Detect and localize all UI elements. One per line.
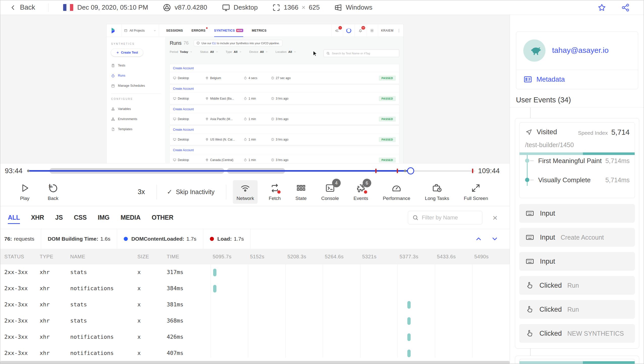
event-item-clicked[interactable]: Clicked Run bbox=[519, 300, 635, 319]
metadata-button[interactable]: Metadata bbox=[523, 70, 565, 89]
events-sidebar: tahay@asayer.io Metadata User Events (34… bbox=[510, 15, 644, 364]
run-row[interactable]: Desktop Asia Pacific (M... 1 min 3 hrs a… bbox=[170, 113, 399, 125]
cli-link[interactable]: CLI bbox=[212, 42, 216, 45]
settings-gear-button[interactable] bbox=[366, 24, 378, 37]
close-panel-icon[interactable]: × bbox=[492, 213, 498, 222]
net-tab-css[interactable]: CSS bbox=[74, 206, 87, 229]
request-row[interactable]: 2xx-3xxxhrnotificationsx407ms bbox=[0, 345, 510, 361]
filter-type[interactable]: TypeAll bbox=[226, 50, 242, 53]
network-panel: ALL XHR JS CSS IMG MEDIA OTHER × 76:requ… bbox=[0, 206, 510, 364]
stopwatch-icon bbox=[244, 97, 247, 100]
resolution-width: 1366 bbox=[284, 4, 299, 11]
jump-next-icon[interactable] bbox=[491, 235, 499, 243]
net-tab-media[interactable]: MEDIA bbox=[120, 206, 140, 229]
announcements-button[interactable]: 1 bbox=[331, 24, 343, 37]
run-row[interactable]: Desktop Belgium 4 secs 27 sec ago PASSED bbox=[170, 72, 399, 84]
time-tick: 5377.3s bbox=[400, 254, 418, 260]
visited-event-card[interactable]: Visited Speed Index 5,714 /test-builder/… bbox=[519, 122, 635, 198]
filter-input[interactable] bbox=[422, 214, 478, 221]
test-search-input[interactable] bbox=[332, 52, 397, 55]
runs-main-panel: Runs 76 Use our CLI to include your Synt… bbox=[166, 37, 403, 163]
console-panel-button[interactable]: 4 Console bbox=[318, 180, 342, 204]
tab-errors[interactable]: ERRORS bbox=[191, 24, 205, 37]
event-item-clicked[interactable]: Clicked Run bbox=[519, 276, 635, 295]
col-type: TYPE bbox=[40, 254, 53, 260]
net-tab-img[interactable]: IMG bbox=[98, 206, 109, 229]
request-row[interactable]: 2xx-3xxxhrnotificationsx384ms bbox=[0, 281, 510, 297]
monitor-icon bbox=[173, 76, 176, 80]
share-icon[interactable] bbox=[621, 3, 630, 12]
divider bbox=[111, 93, 161, 94]
sidebar-item-manage-schedules[interactable]: Manage Schedules bbox=[107, 81, 165, 91]
sidebar-item-tests[interactable]: Tests bbox=[107, 60, 165, 71]
sidebar-item-variables[interactable]: Variables bbox=[107, 104, 165, 114]
filter-device[interactable]: DeviceAll bbox=[249, 50, 268, 53]
notifications-button[interactable]: 33 bbox=[355, 24, 366, 37]
create-test-button[interactable]: Create Test bbox=[111, 49, 143, 56]
visited-progress-bar bbox=[519, 152, 635, 155]
project-selector[interactable]: All Projects bbox=[121, 24, 159, 37]
error-marker bbox=[472, 169, 473, 173]
play-button[interactable]: Play bbox=[16, 180, 34, 204]
playhead[interactable] bbox=[407, 167, 414, 174]
event-item-input[interactable]: Input bbox=[519, 204, 635, 223]
timeline-seekbar[interactable] bbox=[28, 164, 475, 178]
network-panel-button[interactable]: Network bbox=[233, 180, 258, 204]
user-menu[interactable]: KRAIEM bbox=[378, 24, 397, 37]
jump-previous-icon[interactable] bbox=[475, 235, 482, 243]
back-button[interactable]: Back bbox=[10, 4, 35, 11]
run-test-name-link[interactable]: Create Account bbox=[170, 85, 399, 93]
filter-field[interactable] bbox=[408, 211, 482, 224]
run-test-name-link[interactable]: Create Account bbox=[170, 126, 399, 134]
divider bbox=[226, 185, 226, 199]
fetch-panel-button[interactable]: Fetch bbox=[265, 180, 284, 204]
request-row[interactable]: 2xx-3xxxhrnotificationsx426ms bbox=[0, 329, 510, 345]
net-tab-all[interactable]: ALL bbox=[8, 206, 20, 229]
test-search-field[interactable] bbox=[324, 50, 399, 57]
sidebar-item-runs[interactable]: Runs bbox=[107, 71, 165, 81]
state-panel-button[interactable]: State bbox=[292, 180, 310, 204]
fullscreen-button[interactable]: Full Screen bbox=[460, 180, 491, 204]
playback-speed-button[interactable]: 3x bbox=[138, 188, 145, 196]
skip-inactivity-toggle[interactable]: ✓ Skip Inactivity bbox=[167, 188, 215, 196]
grid-icon bbox=[296, 183, 306, 193]
long-tasks-panel-button[interactable]: Long Tasks bbox=[422, 180, 453, 204]
sidebar-item-environments[interactable]: Environments bbox=[107, 114, 165, 124]
filter-status[interactable]: StatusAll bbox=[200, 50, 218, 53]
status-badge: PASSED bbox=[379, 76, 396, 81]
request-row[interactable]: 2xx-3xxxhrstatsx381ms bbox=[0, 297, 510, 313]
filter-period[interactable]: PeriodToday bbox=[170, 50, 192, 53]
filter-location[interactable]: LocationAll bbox=[276, 50, 296, 53]
resolution-height: 625 bbox=[309, 4, 320, 11]
tab-synthetics[interactable]: SYNTHETICSNEW bbox=[214, 24, 243, 37]
run-row[interactable]: Desktop Middle East (Ba... 1 min 3 hrs a… bbox=[170, 93, 399, 104]
monitor-icon bbox=[173, 158, 176, 162]
run-row[interactable]: Desktop Canada (Central) 1 min 3 hrs ago… bbox=[170, 154, 399, 163]
kebab-menu-icon[interactable]: ⋮ bbox=[397, 28, 403, 33]
events-panel-button[interactable]: 6 Events bbox=[350, 180, 372, 204]
net-tab-xhr[interactable]: XHR bbox=[31, 206, 44, 229]
net-tab-js[interactable]: JS bbox=[55, 206, 63, 229]
performance-panel-button[interactable]: Performance bbox=[379, 180, 414, 204]
event-item-input[interactable]: Input bbox=[519, 252, 635, 271]
event-item-clicked[interactable]: Clicked NEW SYNTHETICS bbox=[519, 324, 635, 343]
run-row[interactable]: Desktop US West (N. Cal... 1 min 3 hrs a… bbox=[170, 134, 399, 145]
run-test-name-link[interactable]: Create Account bbox=[170, 105, 399, 113]
request-row[interactable]: 2xx-3xxxhrstatsx317ms bbox=[0, 264, 510, 281]
id-card-icon bbox=[523, 75, 532, 84]
domcontentloaded-time: DOMContentLoaded:1.7s bbox=[117, 229, 203, 249]
chevron-left-icon bbox=[10, 4, 16, 11]
back-10s-button[interactable]: 10 Back bbox=[44, 180, 62, 204]
run-test-name-link[interactable]: Create Account bbox=[170, 146, 399, 154]
event-item-input[interactable]: Input Create Account bbox=[519, 228, 635, 247]
monitor-icon bbox=[173, 117, 176, 121]
events-badge: 6 bbox=[363, 179, 371, 187]
tab-metrics[interactable]: METRICS bbox=[252, 24, 266, 37]
favorite-star-icon[interactable] bbox=[597, 3, 606, 12]
net-tab-other[interactable]: OTHER bbox=[152, 206, 173, 229]
request-row[interactable]: 2xx-3xxxhrstatsx368ms bbox=[0, 313, 510, 329]
sidebar-item-templates[interactable]: Templates bbox=[107, 124, 165, 134]
run-test-name-link[interactable]: Create Account bbox=[170, 64, 399, 72]
stopwatch-icon bbox=[244, 158, 247, 162]
tab-sessions[interactable]: SESSIONS bbox=[166, 24, 183, 37]
